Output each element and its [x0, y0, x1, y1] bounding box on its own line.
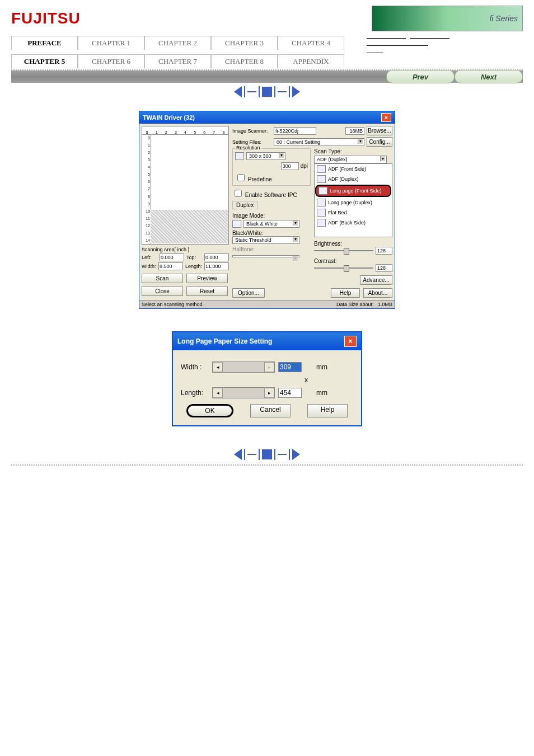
tab-appendix[interactable]: APPENDIX	[278, 54, 344, 68]
page-slider-bottom	[234, 449, 300, 460]
software-ipc-checkbox[interactable]	[235, 190, 242, 197]
scanner-icon	[317, 219, 326, 227]
brightness-input[interactable]	[376, 247, 392, 255]
lp-title-text: Long Page Paper Size Setting	[177, 337, 272, 345]
arrow-right-icon[interactable]: ▸	[264, 388, 274, 398]
series-banner: fi Series	[372, 6, 523, 31]
contrast-slider[interactable]	[314, 267, 373, 269]
tab-preface[interactable]: PREFACE	[11, 36, 78, 50]
prev-page-icon[interactable]	[234, 449, 242, 460]
tab-chapter-1[interactable]: CHAPTER 1	[78, 36, 144, 50]
link-contents-map[interactable]	[367, 32, 406, 39]
left-input[interactable]	[160, 253, 184, 261]
brightness-slider[interactable]	[314, 250, 373, 251]
length-input[interactable]	[204, 262, 229, 270]
scanner-icon	[317, 165, 326, 173]
scanner-icon	[317, 175, 326, 183]
help-button[interactable]: Help	[331, 288, 360, 298]
magnifier-icon	[235, 152, 244, 160]
tab-chapter-5[interactable]: CHAPTER 5	[11, 54, 78, 68]
ok-button[interactable]: OK	[186, 404, 233, 417]
top-input[interactable]	[204, 253, 229, 261]
length-value-input[interactable]	[278, 388, 302, 398]
image-scanner-field: fi-5220Cdj	[274, 127, 316, 135]
config-button[interactable]: Config...	[367, 137, 392, 147]
tab-chapter-7[interactable]: CHAPTER 7	[144, 54, 211, 68]
link-troubleshooting[interactable]	[367, 40, 428, 46]
preview-button[interactable]: Preview	[186, 274, 228, 283]
tab-chapter-8[interactable]: CHAPTER 8	[211, 54, 278, 68]
tab-chapter-2[interactable]: CHAPTER 2	[144, 36, 211, 50]
predefine-checkbox[interactable]	[237, 174, 245, 181]
setting-files-combo[interactable]: 00 : Current Setting	[274, 138, 364, 146]
preview-area[interactable]: 012345678 01234567891011121314	[142, 126, 229, 245]
ruler-left: 01234567891011121314	[142, 134, 151, 244]
arrow-right-icon[interactable]: ▸	[264, 362, 274, 372]
nav-row-2: CHAPTER 5 CHAPTER 6 CHAPTER 7 CHAPTER 8 …	[11, 54, 344, 68]
twain-driver-dialog: TWAIN Driver (32) × 012345678 0123456789…	[139, 111, 395, 309]
width-value-input[interactable]	[278, 362, 302, 372]
dpi-input[interactable]	[281, 162, 299, 170]
ruler-top: 012345678	[142, 126, 228, 135]
reset-button[interactable]: Reset	[186, 287, 228, 296]
tab-chapter-3[interactable]: CHAPTER 3	[211, 36, 278, 50]
arrow-left-icon[interactable]: ◂	[213, 388, 223, 398]
scanner-icon	[317, 199, 326, 206]
tab-chapter-6[interactable]: CHAPTER 6	[78, 54, 144, 68]
scanner-icon	[318, 187, 327, 195]
next-page-icon[interactable]	[292, 449, 300, 460]
about-button[interactable]: About...	[363, 288, 392, 298]
prev-button[interactable]: Prev	[386, 70, 455, 83]
long-page-dialog: Long Page Paper Size Setting × Width : ◂…	[172, 331, 362, 426]
fujitsu-logo: FUJITSU	[11, 10, 81, 27]
option-button[interactable]: Option...	[232, 288, 265, 298]
close-icon[interactable]: ×	[381, 113, 391, 122]
halftone-combo	[232, 255, 299, 257]
scan-button[interactable]: Scan	[142, 274, 183, 283]
prev-page-icon[interactable]	[234, 86, 242, 97]
close-icon[interactable]: ×	[344, 336, 357, 347]
scan-type-combo[interactable]: ADF (Duplex)	[314, 156, 387, 163]
cancel-button[interactable]: Cancel	[250, 404, 291, 417]
mem-display: 16MB	[345, 127, 364, 135]
resolution-combo[interactable]: 300 x 300	[246, 152, 285, 160]
help-button[interactable]: Help	[307, 404, 348, 417]
scanning-area-label: Scanning Area[ inch ]	[142, 247, 229, 252]
scan-type-list[interactable]: ADF (Front Side) ADF (Duplex) Long page …	[314, 163, 392, 237]
link-small[interactable]	[367, 47, 383, 53]
flatbed-icon	[317, 209, 326, 217]
close-button[interactable]: Close	[142, 287, 183, 296]
duplex-tab[interactable]: Duplex	[232, 201, 257, 209]
link-top[interactable]	[410, 32, 449, 39]
next-page-icon[interactable]	[292, 86, 300, 97]
stop-icon[interactable]	[262, 87, 272, 97]
section-bar: Prev Next	[11, 71, 523, 83]
tab-chapter-4[interactable]: CHAPTER 4	[278, 36, 344, 50]
nav-row-1: PREFACE CHAPTER 1 CHAPTER 2 CHAPTER 3 CH…	[11, 36, 344, 50]
width-input[interactable]	[158, 262, 183, 270]
arrow-left-icon[interactable]: ◂	[213, 362, 223, 372]
side-links	[367, 31, 449, 68]
image-mode-combo[interactable]: Black & White	[243, 220, 299, 228]
length-scrollbar[interactable]: ◂ ▸	[212, 387, 275, 398]
status-text: Select an scanning method.	[142, 302, 204, 307]
width-scrollbar[interactable]: ◂ ▸	[212, 361, 275, 373]
bw-combo[interactable]: Static Threshold	[232, 236, 299, 244]
page-slider-top	[234, 86, 300, 97]
contrast-input[interactable]	[376, 264, 392, 272]
image-mode-icon	[232, 220, 241, 228]
stop-icon[interactable]	[262, 449, 272, 459]
twain-title: TWAIN Driver (32)	[143, 114, 195, 121]
next-button[interactable]: Next	[455, 70, 523, 83]
advance-button[interactable]: Advance...	[360, 275, 392, 285]
browse-button[interactable]: Browse...	[367, 126, 392, 135]
